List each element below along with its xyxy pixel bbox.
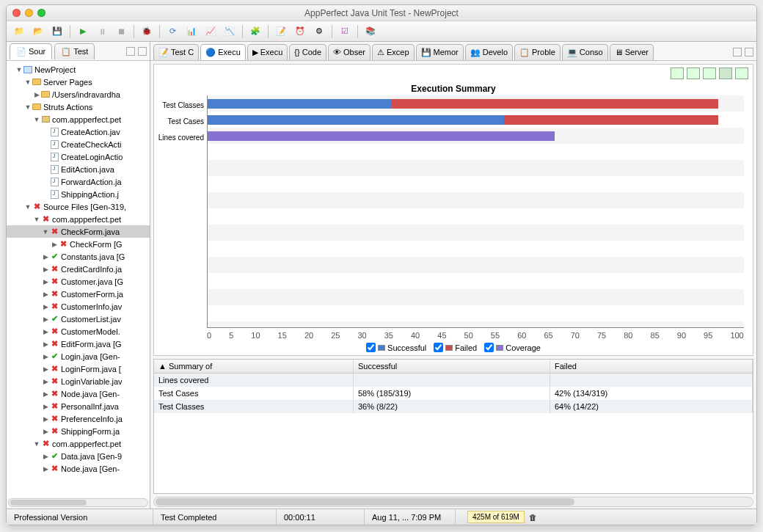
- tree-item[interactable]: ▼✖com.appperfect.pet: [7, 213, 150, 225]
- tree-item[interactable]: ▶✖Node.java [Gen-: [7, 462, 150, 475]
- col-successful[interactable]: Successful: [354, 360, 550, 373]
- status-datetime: Aug 11, ... 7:09 PM: [365, 509, 456, 525]
- save-icon[interactable]: 💾: [49, 24, 65, 39]
- y-axis-label: Test Cases: [154, 113, 207, 129]
- editor-tab[interactable]: {}Code: [289, 44, 326, 60]
- excel-icon[interactable]: [719, 68, 732, 79]
- col-summary-of[interactable]: ▲ Summary of: [154, 360, 354, 373]
- refresh-chart-icon[interactable]: [703, 68, 716, 79]
- tree-item[interactable]: ▶✖PersonalInf.java: [7, 400, 150, 412]
- edit-icon[interactable]: 📝: [273, 24, 289, 39]
- tab-test[interactable]: 📋 Test: [54, 43, 95, 59]
- tree-item[interactable]: ShippingAction.j: [7, 188, 150, 200]
- editor-tab[interactable]: 📋Proble: [514, 44, 561, 60]
- tree-item[interactable]: CreateLoginActio: [7, 150, 150, 163]
- table-row[interactable]: Test Classes36% (8/22)64% (14/22): [154, 400, 753, 413]
- tree-item[interactable]: EditAction.java: [7, 163, 150, 175]
- clock-icon[interactable]: ⏰: [292, 24, 308, 39]
- editor-tab[interactable]: 👥Develo: [465, 44, 513, 60]
- tree-item[interactable]: ▶✖LoginVariable.jav: [7, 375, 150, 387]
- tree-item[interactable]: ▶✖CustomerInfo.jav: [7, 300, 150, 313]
- tree-item[interactable]: CreateAction.jav: [7, 125, 150, 138]
- tree-item[interactable]: ▶✔Data.java [Gen-9: [7, 450, 150, 462]
- tree-item[interactable]: ▶✖Customer.java [G: [7, 275, 150, 288]
- chart2-icon[interactable]: 📈: [202, 24, 219, 39]
- project-tree[interactable]: ▼NewProject▼Server Pages▶/Users/indravar…: [7, 61, 150, 498]
- trash-icon[interactable]: 🗑: [529, 513, 537, 522]
- editor-tab[interactable]: 💾Memor: [416, 44, 464, 60]
- maximize-view-icon[interactable]: [138, 47, 147, 56]
- tree-item[interactable]: ▶✖LoginForm.java [: [7, 362, 150, 375]
- tab-source[interactable]: 📄 Sour: [10, 43, 52, 59]
- editor-tab[interactable]: 🖥Server: [610, 44, 654, 60]
- expand-chart-icon[interactable]: [735, 68, 748, 79]
- tree-item[interactable]: ▼Struts Actions: [7, 101, 150, 113]
- tree-item[interactable]: ForwardAction.ja: [7, 175, 150, 188]
- project-icon: [23, 65, 33, 75]
- legend-item: Coverage: [484, 343, 541, 352]
- tree-item[interactable]: ▼✖com.appperfect.pet: [7, 437, 150, 450]
- tab-icon: 💻: [567, 48, 577, 57]
- chart3-icon[interactable]: 📉: [222, 24, 238, 39]
- tree-item[interactable]: ▶✖CustomerForm.ja: [7, 288, 150, 300]
- editor-tab[interactable]: ⚠Excep: [372, 44, 415, 60]
- debug-icon[interactable]: 🐞: [139, 24, 155, 39]
- java-file-icon: [49, 139, 59, 150]
- y-axis-label: Lines covered: [154, 129, 207, 145]
- legend-checkbox[interactable]: [484, 343, 494, 352]
- tree-item[interactable]: CreateCheckActi: [7, 138, 150, 150]
- tree-item[interactable]: ▶✖ShippingForm.ja: [7, 425, 150, 437]
- editor-tab[interactable]: 🔵Execu: [200, 44, 246, 60]
- minimize-editor-icon[interactable]: [733, 48, 742, 57]
- tree-item[interactable]: ▶✖Node.java [Gen-: [7, 387, 150, 400]
- settings-icon[interactable]: ⚙: [311, 24, 327, 39]
- tree-item[interactable]: ▼NewProject: [7, 63, 150, 76]
- check-icon[interactable]: ☑: [337, 24, 353, 39]
- statusbar: Professional Version Test Completed 00:0…: [7, 509, 756, 525]
- tab-icon: 📝: [158, 48, 169, 57]
- refresh-icon[interactable]: ⟳: [164, 24, 180, 39]
- table-row[interactable]: Test Cases58% (185/319)42% (134/319): [154, 387, 753, 400]
- editor-tab[interactable]: 👁Obser: [328, 44, 370, 60]
- tree-item[interactable]: ▼com.appperfect.pet: [7, 113, 150, 125]
- tree-item[interactable]: ▶✔Login.java [Gen-: [7, 350, 150, 362]
- run-icon[interactable]: ▶: [75, 24, 91, 39]
- tree-item[interactable]: ▼✖CheckForm.java: [7, 225, 150, 238]
- tree-item[interactable]: ▼✖Source Files [Gen-319,: [7, 200, 150, 213]
- tree-item[interactable]: ▶✖CheckForm [G: [7, 238, 150, 250]
- tree-item[interactable]: ▶✖CustomerModel.: [7, 325, 150, 338]
- tree-item[interactable]: ▶✖PreferenceInfo.ja: [7, 412, 150, 425]
- legend-checkbox[interactable]: [434, 343, 443, 352]
- open-icon[interactable]: 📂: [30, 24, 46, 39]
- editor-tab[interactable]: 💻Conso: [562, 44, 608, 60]
- col-failed[interactable]: Failed: [550, 360, 753, 373]
- help-icon[interactable]: 📚: [362, 24, 379, 39]
- maximize-editor-icon[interactable]: [745, 48, 753, 57]
- new-project-icon[interactable]: 📁: [11, 24, 27, 39]
- editor-tab[interactable]: 📝Test C: [153, 44, 199, 60]
- chart1-icon[interactable]: 📊: [183, 24, 200, 39]
- export-icon[interactable]: [671, 68, 684, 79]
- components-icon[interactable]: 🧩: [247, 24, 263, 39]
- legend-checkbox[interactable]: [366, 343, 376, 352]
- editor-tab[interactable]: ▶Execu: [247, 44, 288, 60]
- pause-icon[interactable]: ⏸: [94, 24, 110, 39]
- memory-gauge[interactable]: 425M of 619M: [467, 511, 525, 523]
- folder-icon: [32, 77, 42, 87]
- tree-item[interactable]: ▶✔CustomerList.jav: [7, 313, 150, 325]
- stop-icon[interactable]: ◼: [113, 24, 129, 39]
- filter-icon[interactable]: [687, 68, 700, 79]
- y-axis-label: Test Classes: [154, 97, 207, 113]
- tab-icon: ▶: [252, 48, 258, 57]
- table-row[interactable]: Lines covered: [154, 374, 753, 387]
- content-hscrollbar[interactable]: [153, 497, 753, 507]
- tree-item[interactable]: ▶✖EditForm.java [G: [7, 338, 150, 350]
- tree-item[interactable]: ▶✔Constants.java [G: [7, 250, 150, 263]
- minimize-view-icon[interactable]: [126, 47, 135, 56]
- tree-hscrollbar[interactable]: [8, 498, 148, 507]
- error-icon: ✖: [49, 289, 59, 299]
- tab-icon: 👁: [333, 48, 341, 57]
- tree-item[interactable]: ▶/Users/indravardha: [7, 88, 150, 101]
- tree-item[interactable]: ▶✖CreditCardInfo.ja: [7, 263, 150, 275]
- tree-item[interactable]: ▼Server Pages: [7, 76, 150, 88]
